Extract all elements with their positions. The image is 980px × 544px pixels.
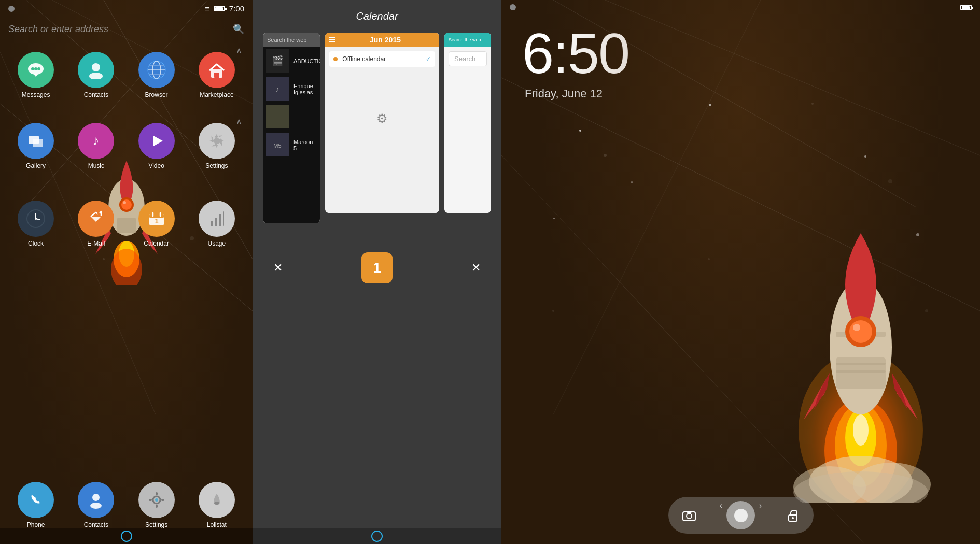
svg-point-83 [835,404,887,487]
settings-dock-icon [138,482,175,518]
lock-bar-center: ‹ › [710,501,772,529]
switcher-home-button[interactable] [371,531,383,542]
app-usage[interactable]: Usage [189,201,244,247]
app-video[interactable]: Video [129,123,184,169]
dock-lolistat[interactable]: Lolistat [189,482,244,528]
lock-signal-icon [510,4,516,10]
app-label-marketplace: Marketplace [200,91,233,98]
camera-button[interactable] [679,505,699,526]
app-section-top: ∧ Messages [0,41,253,104]
svg-point-11 [31,67,34,70]
music-item-2: ♪ Enrique Iglesias [263,75,320,103]
svg-point-84 [845,409,876,466]
app-gallery[interactable]: Gallery [8,123,63,169]
svg-point-74 [604,154,607,157]
signal-icon [8,6,15,12]
svg-rect-96 [836,363,886,365]
menu-icon: ≡ [205,4,209,13]
app-label-calendar: Calendar [144,240,169,247]
calendar-icon: 1 [138,201,175,237]
messages-icon [18,52,54,88]
dock-label-lolistat: Lolistat [207,521,227,528]
app-messages[interactable]: Messages [8,52,63,98]
svg-point-99 [687,513,692,519]
music-card-body: 🎬 ABDUCTION ♪ Enrique I [263,47,320,223]
music-thumb-1: 🎬 [266,49,289,73]
svg-point-89 [793,471,928,503]
search-icon[interactable]: 🔍 [233,23,244,35]
lock-battery-icon [960,5,972,10]
unlock-button[interactable] [782,505,803,526]
app-switcher: Calendar Search the web 🎬 ABDUCTION [253,0,501,544]
star-1 [579,130,581,132]
svg-rect-100 [687,511,692,513]
search-bar[interactable]: 🔍 [0,17,253,41]
music-item-1: 🎬 ABDUCTION [263,47,320,75]
app-marketplace[interactable]: Marketplace [189,52,244,98]
star-5 [864,155,866,158]
switcher-title: Calendar [253,0,501,33]
svg-point-88 [853,463,931,503]
switcher-nav-bar [253,528,501,544]
dock-phone[interactable]: Phone [8,482,63,528]
app-clock[interactable]: Clock [8,201,63,247]
switch-card-calendar[interactable]: Jun 2015 Offline calendar ✓ ⚙ [325,33,439,213]
svg-point-42 [35,218,37,220]
svg-rect-52 [223,211,224,226]
right-arrow[interactable]: › [759,501,762,529]
svg-point-86 [809,456,913,503]
offline-dot [333,57,338,61]
app-contacts[interactable]: Contacts [68,52,123,98]
phone-icon [18,482,54,518]
svg-point-103 [792,517,794,519]
svg-point-53 [92,494,100,501]
status-right: ≡ 7:00 [205,4,244,13]
svg-point-87 [793,466,866,503]
close-music-btn[interactable]: ✕ [273,252,283,283]
svg-point-94 [853,324,860,331]
music-info-2: Enrique Iglesias [293,83,317,95]
svg-rect-51 [219,214,221,226]
calendar-gear: ⚙ [329,67,435,170]
svg-point-77 [888,179,892,183]
contacts-dock-icon [78,482,114,518]
close-browser-btn[interactable]: ✕ [471,252,481,283]
music-info-1: ABDUCTION [293,58,320,64]
lolistat-icon [199,482,235,518]
app-calendar[interactable]: 1 Calendar [129,201,184,247]
svg-point-92 [845,316,876,347]
email-icon [78,201,114,237]
search-input[interactable] [8,24,233,35]
lock-circle-unlock[interactable] [726,501,755,529]
home-button[interactable] [121,531,132,542]
app-label-browser: Browser [145,91,168,98]
app-label-usage: Usage [208,240,226,247]
dock-grid: Phone Contacts [8,482,244,528]
browser-search-box: Search [449,51,487,66]
music-item-4: M5 Maroon 5 [263,131,320,159]
svg-point-15 [92,63,100,71]
left-arrow[interactable]: ‹ [720,501,722,529]
switch-card-music[interactable]: Search the web 🎬 ABDUCTION [263,33,320,223]
switcher-cards: Search the web 🎬 ABDUCTION [253,33,501,240]
switcher-calendar-icon[interactable]: 1 [361,252,393,283]
app-label-email: E-Mail [87,240,105,247]
app-settings-top[interactable]: Settings [189,123,244,169]
svg-point-8 [103,258,105,260]
app-email[interactable]: E-Mail [68,201,123,247]
dock-settings[interactable]: Settings [129,482,184,528]
app-browser[interactable]: Browser [129,52,184,98]
svg-line-70 [501,78,980,311]
svg-rect-49 [211,221,213,226]
music-card-header-text: Search the web [267,37,306,43]
svg-rect-24 [214,73,219,78]
svg-point-79 [925,309,928,312]
app-music[interactable]: ♪ Music [68,123,123,169]
usage-icon [199,201,235,237]
svg-line-72 [501,155,864,544]
music-thumb-3 [266,105,289,128]
switch-card-browser[interactable]: Search the web Search [444,33,491,213]
dock-contacts[interactable]: Contacts [68,482,123,528]
calendar-card-header: Jun 2015 [325,33,439,47]
offline-calendar-row: Offline calendar ✓ [329,51,435,67]
